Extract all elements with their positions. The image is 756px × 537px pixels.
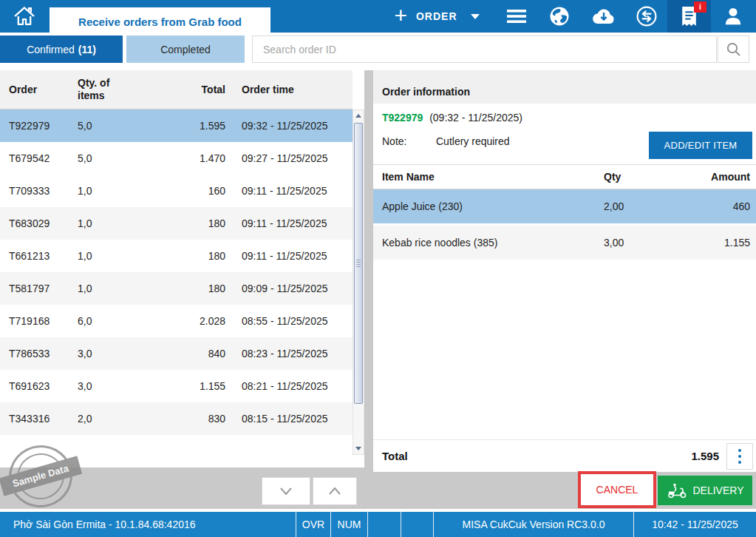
- col-item-name: Item Name: [382, 171, 604, 183]
- order-cell-id: T786533: [9, 348, 78, 359]
- cancel-button[interactable]: CANCEL: [581, 474, 653, 505]
- orders-panel: Order Qty. of items Total Order time T92…: [0, 70, 364, 467]
- hamburger-menu-icon: [506, 8, 527, 24]
- chevron-down-icon: [276, 484, 296, 498]
- order-row[interactable]: T6830291,018009:11 - 11/25/2025: [0, 207, 353, 240]
- col-item-amount: Amount: [678, 171, 756, 183]
- globe-icon: [548, 5, 571, 27]
- order-cell-id: T719168: [9, 315, 78, 327]
- order-cell-time: 09:09 - 11/25/2025: [225, 283, 353, 294]
- sync-icon: [635, 4, 658, 28]
- triangle-down-icon: [355, 447, 361, 450]
- account-button[interactable]: [715, 0, 751, 33]
- more-options-button[interactable]: [726, 443, 753, 470]
- order-cell-time: 08:23 - 11/25/2025: [225, 348, 353, 359]
- item-cell-amt: 460: [678, 200, 756, 212]
- item-row[interactable]: Apple Juice (230)2,00460: [373, 189, 756, 223]
- order-cell-id: T691623: [9, 380, 78, 392]
- order-cell-qty: 5,0: [78, 152, 159, 164]
- notifications-button[interactable]: i: [667, 0, 711, 33]
- filter-row: Confirmed (11) Completed: [0, 36, 756, 64]
- scrollbar-thumb[interactable]: [354, 123, 363, 404]
- menu-button[interactable]: [504, 0, 529, 33]
- top-bar: Receive orders from Grab food + ORDER: [0, 0, 756, 33]
- kebab-dot: [738, 461, 741, 464]
- order-cell-time: 09:11 - 11/25/2025: [225, 217, 353, 229]
- cloud-download-icon: [591, 7, 616, 26]
- col-order: Order: [9, 84, 78, 95]
- order-cell-time: 09:32 - 11/25/2025: [225, 120, 353, 132]
- order-id-time: (09:32 - 11/25/2025): [429, 112, 522, 124]
- new-order-button[interactable]: + ORDER: [381, 0, 492, 33]
- col-qty: Qty. of items: [78, 77, 129, 103]
- item-cell-name: Apple Juice (230): [382, 200, 604, 212]
- order-row[interactable]: T5817971,018009:09 - 11/25/2025: [0, 272, 353, 305]
- order-cell-id: T661213: [9, 250, 78, 262]
- confirmed-count: (11): [78, 44, 96, 55]
- item-row[interactable]: Kebab rice noodles (385)3,001.155: [373, 226, 756, 260]
- item-cell-name: Kebab rice noodles (385): [382, 237, 604, 249]
- order-cell-total: 830: [159, 413, 225, 425]
- kebab-dot: [738, 449, 741, 452]
- tab-confirmed[interactable]: Confirmed (11): [0, 36, 123, 63]
- order-cell-qty: 3,0: [78, 348, 159, 359]
- order-cell-total: 180: [159, 250, 225, 262]
- order-cell-id: T343316: [9, 413, 78, 425]
- item-cell-qty: 3,00: [604, 237, 678, 249]
- status-bar: Phở Sài Gòn Ermita - 10.1.84.68:42016 OV…: [0, 512, 756, 537]
- plus-icon: +: [394, 4, 407, 27]
- order-cell-qty: 1,0: [78, 250, 159, 262]
- order-row[interactable]: T7093331,016009:11 - 11/25/2025: [0, 175, 353, 207]
- caret-down-icon[interactable]: [471, 14, 480, 19]
- search-input[interactable]: [253, 36, 716, 62]
- home-icon: [12, 5, 37, 27]
- triangle-up-icon: [355, 114, 361, 118]
- order-row[interactable]: T9229795,01.59509:32 - 11/25/2025: [0, 109, 353, 142]
- delivery-button[interactable]: DELIVERY: [658, 476, 752, 505]
- language-button[interactable]: [547, 0, 572, 33]
- tab-completed[interactable]: Completed: [126, 36, 245, 63]
- items-table-header: Item Name Qty Amount: [373, 164, 756, 189]
- order-row[interactable]: T3433162,083008:15 - 11/25/2025: [0, 402, 353, 435]
- order-cell-total: 180: [159, 283, 225, 294]
- order-info-title: Order information: [373, 70, 756, 104]
- order-cell-qty: 6,0: [78, 315, 159, 327]
- download-data-button[interactable]: [590, 0, 617, 33]
- scrollbar-up-button[interactable]: [353, 110, 364, 121]
- page-down-button[interactable]: [262, 477, 310, 505]
- divider-strip: [0, 64, 756, 70]
- order-cell-id: T581797: [9, 283, 78, 294]
- order-cell-total: 160: [159, 185, 225, 197]
- tab-receive-orders-grab[interactable]: Receive orders from Grab food: [50, 7, 270, 36]
- cancel-highlight-annotation: CANCEL: [578, 471, 656, 508]
- page-up-button[interactable]: [313, 477, 357, 505]
- action-footer: CANCEL DELIVERY: [373, 472, 756, 509]
- order-row[interactable]: T6795425,01.47009:27 - 11/25/2025: [0, 142, 353, 175]
- search-button[interactable]: [718, 36, 749, 63]
- pos-window: Receive orders from Grab food + ORDER: [0, 0, 756, 537]
- sync-button[interactable]: [634, 0, 659, 33]
- order-id-line: T922979 (09:32 - 11/25/2025): [382, 112, 522, 124]
- order-cell-time: 08:21 - 11/25/2025: [225, 380, 353, 392]
- total-row: Total 1.595: [373, 439, 756, 472]
- order-row[interactable]: T7191686,02.02808:55 - 11/25/2025: [0, 305, 353, 337]
- status-datetime: 10:42 - 11/25/2025: [633, 512, 756, 537]
- add-edit-item-button[interactable]: ADD/EDIT ITEM: [649, 132, 752, 159]
- order-cell-qty: 1,0: [78, 283, 159, 294]
- order-row[interactable]: T6916233,01.15508:21 - 11/25/2025: [0, 370, 353, 402]
- scrollbar-down-button[interactable]: [353, 443, 364, 454]
- confirmed-label: Confirmed: [27, 44, 75, 55]
- order-cell-total: 1.470: [159, 152, 225, 164]
- order-row[interactable]: T7865333,084008:23 - 11/25/2025: [0, 337, 353, 370]
- order-note: Note: Cutlery required: [382, 135, 510, 147]
- restaurant-status: Phở Sài Gòn Ermita - 10.1.84.68:42016: [0, 512, 296, 537]
- home-button[interactable]: [0, 0, 49, 33]
- total-label: Total: [382, 450, 408, 462]
- order-cell-time: 09:11 - 11/25/2025: [225, 250, 353, 262]
- order-row[interactable]: T6612131,018009:11 - 11/25/2025: [0, 240, 353, 272]
- orders-scrollbar[interactable]: [353, 109, 364, 455]
- account-icon: [722, 5, 744, 27]
- col-total: Total: [159, 84, 225, 95]
- item-cell-amt: 1.155: [678, 237, 756, 249]
- order-cell-time: 08:15 - 11/25/2025: [225, 413, 353, 425]
